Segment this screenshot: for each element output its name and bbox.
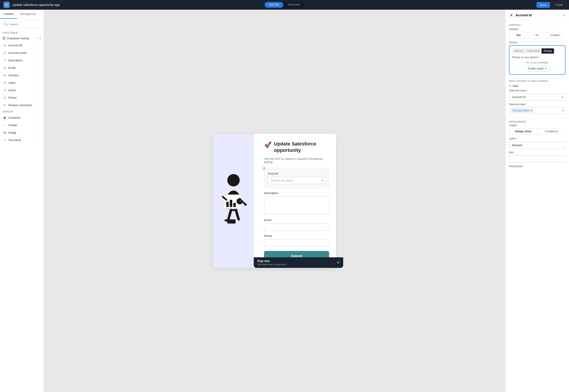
preview-tab[interactable]: PREVIEW: [283, 2, 304, 8]
selected-label-label: Selected label: [505, 103, 569, 106]
drag-handle: ⋮⋮: [36, 103, 41, 107]
container-icon: ▣: [3, 116, 7, 120]
selected-value-select[interactable]: Account ID: [509, 93, 566, 101]
rp-edit-button[interactable]: ✏: [563, 14, 566, 17]
phone-input[interactable]: [264, 239, 329, 247]
editable-conditional-button[interactable]: Conditio...: [547, 32, 565, 38]
page-data-info: Page data Use data from components: [257, 260, 286, 266]
review-comments-icon: ≡: [3, 103, 7, 107]
rp-title: Account ID: [516, 14, 561, 17]
editor-preview-tabs: EDITOR PREVIEW: [265, 2, 304, 8]
app-emoji-icon: 🚀: [264, 141, 272, 149]
list-item-description[interactable]: ≡ Description ⋮⋮: [0, 56, 44, 64]
source-datatable-tab[interactable]: Data table: [525, 48, 541, 54]
external-link-icon[interactable]: ↗: [36, 37, 38, 40]
always-show-button[interactable]: Always show: [509, 128, 537, 134]
phone-label: Phone: [8, 96, 34, 99]
email-icon: A: [3, 66, 7, 70]
description-form-label: Description: [264, 191, 329, 195]
drag-handle: ⋮⋮: [36, 81, 41, 84]
data-table-name[interactable]: Dropdown testing: [7, 37, 35, 40]
divider-label: Divider: [8, 124, 34, 127]
svg-rect-3: [7, 5, 8, 5]
account-id-icon: A: [3, 43, 7, 47]
left-panel-tabs: Content Background: [0, 10, 44, 19]
multi-select-caret-icon[interactable]: ▾: [562, 109, 564, 112]
drag-handle: ⋮⋮: [36, 59, 41, 62]
tab-background[interactable]: Background: [17, 10, 39, 19]
description-label: Description: [8, 59, 34, 62]
list-item-name[interactable]: A Name ⋮⋮: [0, 86, 44, 94]
editable-no-button[interactable]: No: [528, 32, 547, 38]
right-panel: ▼ Account ID ✏ CONTENT Editable Yes No C…: [505, 10, 569, 392]
label-field-label: Label *: [505, 137, 569, 140]
data-table-header: ☰ Dropdown testing ↗ +: [0, 35, 44, 42]
account-select[interactable]: Choose an option: [268, 177, 325, 184]
list-item-review-comments[interactable]: ≡ Review comments ⋮⋮: [0, 101, 44, 109]
list-item-container[interactable]: ▣ Container ⋮⋮: [0, 114, 44, 121]
phone-form-label: Phone: [264, 234, 329, 238]
conditional-button[interactable]: Conditional: [537, 128, 565, 134]
list-item-email[interactable]: A Email ⋮⋮: [0, 64, 44, 71]
account-name-tag-close[interactable]: ✕: [530, 109, 532, 112]
email-input[interactable]: [264, 224, 329, 231]
trash-button[interactable]: 🗑: [262, 166, 267, 171]
rp-source-label: Source: [505, 41, 569, 44]
list-item-phone[interactable]: A Phone ⋮⋮: [0, 94, 44, 101]
list-item-divider[interactable]: ⋯ Divider ⋮⋮: [0, 121, 44, 129]
hide-row[interactable]: ▼ Hide: [505, 83, 569, 89]
recipe-load-label: Recipe to load options *: [512, 56, 562, 59]
illustration: [213, 134, 254, 268]
save-selection-label: Save selection to data columns: [505, 77, 569, 83]
text-block-label: Text block: [8, 139, 34, 142]
drag-handle: ⋮⋮: [36, 124, 41, 126]
editable-toggle-group: Yes No Conditio...: [509, 32, 566, 38]
list-item-account-id[interactable]: A Account ID ⋮⋮: [0, 42, 44, 49]
selected-label-multi-select[interactable]: Account name ✕ ▾: [509, 107, 566, 114]
search-input[interactable]: [3, 21, 41, 28]
exit-button[interactable]: ✕ Exit: [552, 2, 566, 8]
description-icon: ≡: [3, 58, 7, 62]
svg-rect-9: [230, 200, 232, 207]
description-form-field: Description: [264, 191, 329, 215]
app-title-text: Update Salesforce opportunity: [274, 141, 329, 153]
list-item-text-block[interactable]: T Text block ⋮⋮: [0, 136, 44, 144]
create-recipe-button[interactable]: Create recipe ↗: [525, 66, 550, 72]
list-item-image[interactable]: ⊞ Image ⋮⋮: [0, 129, 44, 136]
editor-tab[interactable]: EDITOR: [265, 2, 283, 8]
source-recipe-tab[interactable]: Recipe: [541, 48, 554, 54]
tab-content[interactable]: Content: [0, 10, 17, 19]
list-item-industry[interactable]: A Industry ⋮⋮: [0, 71, 44, 79]
drag-handle: ⋮⋮: [36, 131, 41, 134]
list-item-account-name[interactable]: A Account name ⋮⋮: [0, 49, 44, 56]
label-input[interactable]: [509, 141, 566, 149]
rp-editable-label: Editable: [505, 28, 569, 31]
display-section-label: DISPLAY: [0, 109, 44, 114]
topbar: Update Salesforce opportunity app EDITOR…: [0, 0, 569, 10]
svg-rect-1: [5, 4, 6, 5]
account-select-wrap: Choose an option ▾: [268, 177, 325, 184]
svg-rect-10: [233, 203, 236, 207]
email-label: Email: [8, 66, 34, 70]
editable-yes-button[interactable]: Yes: [509, 32, 528, 38]
list-item-label-field[interactable]: A Label ⋮⋮: [0, 79, 44, 86]
description-textarea[interactable]: [264, 196, 329, 214]
account-id-label: Account ID: [8, 44, 34, 47]
rp-collapse-button[interactable]: ▼: [509, 13, 514, 18]
drag-handle: ⋮⋮: [36, 66, 41, 69]
source-tabs: Manual Data table Recipe: [512, 48, 562, 54]
add-data-table-button[interactable]: +: [39, 36, 41, 40]
selected-value-label: Selected value *: [505, 89, 569, 92]
appearance-label: APPEARANCE: [505, 118, 569, 124]
image-label: Image: [8, 131, 34, 134]
page-data-settings-icon[interactable]: ⚙: [336, 260, 340, 265]
app-description: Use this form to submit a request in Dro…: [264, 157, 329, 164]
source-manual-tab[interactable]: Manual: [512, 48, 525, 54]
hint-input[interactable]: [509, 155, 566, 163]
save-button[interactable]: Save: [537, 2, 550, 8]
app-logo: [3, 2, 10, 8]
drag-handle: ⋮⋮: [36, 74, 41, 77]
selected-value-select-wrap: Account ID ▾: [509, 93, 566, 101]
drag-handle: ⋮⋮: [36, 44, 41, 47]
account-name-icon: A: [3, 51, 7, 55]
